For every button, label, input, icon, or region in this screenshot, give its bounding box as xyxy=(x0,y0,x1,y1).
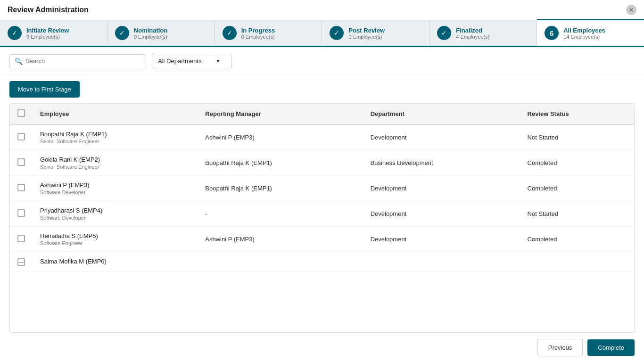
review-administration-window: Review Administration ✕ ✓Initiate Review… xyxy=(0,0,644,362)
department-cell: Development xyxy=(363,124,520,150)
employee-column-header: Employee xyxy=(33,104,198,124)
stage-name-in-progress: In Progress xyxy=(241,27,275,34)
stage-count-finalized: 4 Employee(s) xyxy=(456,34,489,40)
select-all-checkbox[interactable] xyxy=(17,109,25,117)
stage-count-nomination: 0 Employee(s) xyxy=(134,34,168,40)
stage-item-finalized[interactable]: ✓Finalized4 Employee(s) xyxy=(429,20,537,46)
stage-item-initiate-review[interactable]: ✓Initiate Review9 Employee(s) xyxy=(0,20,107,46)
search-input[interactable] xyxy=(25,58,141,65)
manager-column-header: Reporting Manager xyxy=(198,104,363,124)
status-cell xyxy=(520,252,634,272)
chevron-down-icon: ▼ xyxy=(215,58,220,64)
stage-name-nomination: Nomination xyxy=(134,27,168,34)
department-cell: Development xyxy=(363,227,520,252)
stage-item-post-review[interactable]: ✓Post Review1 Employee(s) xyxy=(322,20,429,46)
table-row: Hemalatha S (EMP5)Software EngineerAshwi… xyxy=(10,227,634,252)
row-checkbox-cell xyxy=(10,124,33,150)
row-checkbox-emp3[interactable] xyxy=(17,184,25,191)
search-box: 🔍 xyxy=(9,54,146,68)
department-column-header: Department xyxy=(363,104,520,124)
employee-name: Ashwini P (EMP3) xyxy=(40,181,190,189)
checkmark-icon: ✓ xyxy=(8,26,22,40)
stage-item-nomination[interactable]: ✓Nomination0 Employee(s) xyxy=(107,20,215,46)
employee-cell: Priyadharasi S (EMP4)Software Developer xyxy=(33,201,198,227)
employee-cell: Hemalatha S (EMP5)Software Engineer xyxy=(33,227,198,252)
stage-item-all-employees[interactable]: 6All Employees14 Employee(s) xyxy=(537,19,644,46)
manager-cell: - xyxy=(198,201,363,227)
table-row: Boopathi Raja K (EMP1)Senior Software En… xyxy=(10,124,634,150)
row-checkbox-cell xyxy=(10,176,33,201)
table-row: Gokila Rani K (EMP2)Senior Software Engi… xyxy=(10,150,634,176)
employee-table: Employee Reporting Manager Department Re… xyxy=(10,104,634,272)
stage-count-post-review: 1 Employee(s) xyxy=(348,34,385,40)
department-cell: Development xyxy=(363,176,520,201)
stage-bar: ✓Initiate Review9 Employee(s)✓Nomination… xyxy=(0,20,644,47)
employee-cell: Salma Mofika M (EMP6) xyxy=(33,252,198,272)
department-select[interactable]: All Departments ▼ xyxy=(152,54,232,68)
employee-title: Software Developer xyxy=(40,189,190,195)
row-checkbox-emp2[interactable] xyxy=(17,158,25,166)
page-title: Review Administration xyxy=(8,6,89,14)
table-row: Ashwini P (EMP3)Software DeveloperBoopat… xyxy=(10,176,634,201)
stage-name-all-employees: All Employees xyxy=(563,27,605,34)
row-checkbox-emp6[interactable] xyxy=(17,258,25,266)
employee-table-container: Employee Reporting Manager Department Re… xyxy=(9,103,635,333)
manager-cell: Boopathi Raja K (EMP1) xyxy=(198,150,363,176)
department-cell xyxy=(363,252,520,272)
table-row: Priyadharasi S (EMP4)Software Developer-… xyxy=(10,201,634,227)
row-checkbox-cell xyxy=(10,201,33,227)
checkmark-icon: ✓ xyxy=(223,26,237,40)
checkmark-icon: ✓ xyxy=(437,26,451,40)
stage-count-all-employees: 14 Employee(s) xyxy=(563,34,605,40)
stage-item-in-progress[interactable]: ✓In Progress0 Employee(s) xyxy=(215,20,322,46)
complete-button[interactable]: Complete xyxy=(587,339,635,356)
checkmark-icon: ✓ xyxy=(115,26,129,40)
employee-cell: Ashwini P (EMP3)Software Developer xyxy=(33,176,198,201)
row-checkbox-emp4[interactable] xyxy=(17,209,25,217)
stage-count-initiate-review: 9 Employee(s) xyxy=(26,34,69,40)
status-cell: Not Started xyxy=(520,124,634,150)
stage-count-in-progress: 0 Employee(s) xyxy=(241,34,275,40)
employee-name: Priyadharasi S (EMP4) xyxy=(40,207,190,214)
footer: Previous Complete xyxy=(0,333,644,362)
employee-title: Senior Software Engineer xyxy=(40,139,190,144)
manager-cell: Ashwini P (EMP3) xyxy=(198,124,363,150)
table-header-row: Employee Reporting Manager Department Re… xyxy=(10,104,634,124)
move-to-first-stage-button[interactable]: Move to First Stage xyxy=(9,81,80,98)
search-icon: 🔍 xyxy=(15,58,23,65)
department-cell: Business Development xyxy=(363,150,520,176)
manager-cell: Boopathi Raja K (EMP1) xyxy=(198,176,363,201)
status-cell: Completed xyxy=(520,176,634,201)
manager-cell: Ashwini P (EMP3) xyxy=(198,227,363,252)
employee-cell: Gokila Rani K (EMP2)Senior Software Engi… xyxy=(33,150,198,176)
employee-name: Boopathi Raja K (EMP1) xyxy=(40,131,190,138)
status-column-header: Review Status xyxy=(520,104,634,124)
select-all-header xyxy=(10,104,33,124)
stage-name-post-review: Post Review xyxy=(348,27,385,34)
table-row: Salma Mofika M (EMP6) xyxy=(10,252,634,272)
employee-name: Gokila Rani K (EMP2) xyxy=(40,156,190,163)
employee-title: Software Developer xyxy=(40,215,190,221)
employee-title: Senior Software Engineer xyxy=(40,164,190,170)
row-checkbox-emp5[interactable] xyxy=(17,235,25,242)
employee-name: Salma Mofika M (EMP6) xyxy=(40,258,190,265)
stage-name-initiate-review: Initiate Review xyxy=(26,27,69,34)
stage-name-finalized: Finalized xyxy=(456,27,489,34)
row-checkbox-cell xyxy=(10,227,33,252)
toolbar: 🔍 All Departments ▼ xyxy=(0,47,644,75)
department-cell: Development xyxy=(363,201,520,227)
close-button[interactable]: ✕ xyxy=(626,5,636,15)
checkmark-icon: ✓ xyxy=(330,26,344,40)
title-bar: Review Administration ✕ xyxy=(0,0,644,20)
employee-cell: Boopathi Raja K (EMP1)Senior Software En… xyxy=(33,124,198,150)
row-checkbox-emp1[interactable] xyxy=(17,133,25,140)
status-cell: Completed xyxy=(520,227,634,252)
row-checkbox-cell xyxy=(10,150,33,176)
employee-title: Software Engineer xyxy=(40,240,190,246)
stage-number-icon: 6 xyxy=(545,26,559,40)
status-cell: Not Started xyxy=(520,201,634,227)
previous-button[interactable]: Previous xyxy=(537,339,583,356)
manager-cell xyxy=(198,252,363,272)
department-label: All Departments xyxy=(158,58,201,65)
row-checkbox-cell xyxy=(10,252,33,272)
